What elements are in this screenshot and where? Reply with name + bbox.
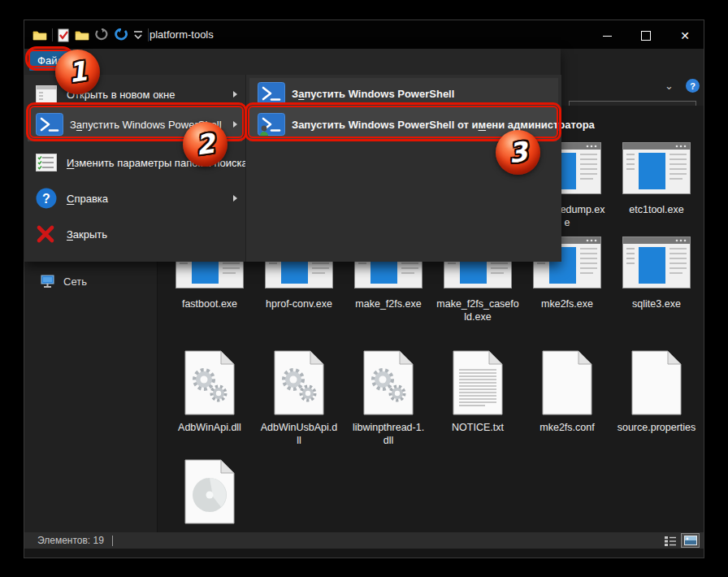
file-label: NOTICE.txt bbox=[433, 421, 522, 434]
help-icon bbox=[36, 188, 57, 209]
sidebar-item-label: Сеть bbox=[63, 275, 87, 288]
file-icon-txt bbox=[453, 350, 503, 415]
close-button[interactable]: ✕ bbox=[671, 27, 699, 45]
file-icon-document bbox=[631, 350, 682, 415]
items-count: Элементов: 19 bbox=[37, 535, 104, 546]
minimize-icon bbox=[603, 36, 612, 37]
file-label: fastboot.exe bbox=[165, 297, 254, 310]
menu-item-close[interactable]: Закрыть bbox=[24, 218, 245, 250]
file-item[interactable]: AdbWinApi.dll bbox=[165, 350, 254, 434]
file-label: AdbWinApi.dll bbox=[165, 421, 254, 434]
help-icon[interactable]: ? bbox=[686, 79, 700, 93]
close-icon bbox=[36, 224, 55, 244]
folder-options-icon bbox=[36, 154, 57, 171]
menu-item-label: Справка bbox=[67, 193, 108, 205]
collapse-ribbon-icon[interactable]: ⌄ bbox=[665, 80, 674, 92]
file-label: mke2fs.exe bbox=[522, 297, 612, 310]
file-item[interactable]: NOTICE.txt bbox=[433, 350, 522, 434]
screenshot-stage: platform-tools ✕ ⌄ ? Сеть bbox=[0, 0, 728, 577]
file-menu-overlay: Файл Открыть в новом окне Запустить Wind… bbox=[24, 49, 561, 262]
file-icon-document bbox=[542, 350, 592, 415]
file-icon-dll bbox=[274, 350, 324, 415]
thumbnails-view-icon bbox=[684, 536, 697, 545]
status-divider bbox=[112, 536, 113, 546]
file-label: AdbWinUsbApi.d ll bbox=[254, 421, 344, 448]
toolbar-divider bbox=[148, 28, 149, 41]
customize-toolbar-icon[interactable] bbox=[133, 29, 143, 41]
file-icon-exe bbox=[622, 142, 691, 194]
undo-icon[interactable] bbox=[94, 28, 109, 41]
app-folder-icon bbox=[32, 29, 47, 41]
properties-icon[interactable] bbox=[58, 28, 70, 42]
window-title: platform-tools bbox=[150, 28, 214, 41]
minimize-button[interactable] bbox=[593, 27, 621, 45]
annotation-badge-1: 1 bbox=[55, 50, 100, 94]
powershell-icon bbox=[258, 82, 285, 105]
submenu-arrow-icon bbox=[233, 91, 237, 98]
annotation-badge-2: 2 bbox=[183, 122, 228, 167]
thumbnails-view-button[interactable] bbox=[681, 533, 700, 548]
file-label: libwinpthread-1. dll bbox=[344, 421, 433, 448]
toolbar-divider bbox=[52, 28, 53, 41]
network-icon bbox=[41, 275, 57, 288]
new-folder-icon[interactable] bbox=[75, 29, 89, 41]
file-label: make_f2fs.exe bbox=[344, 297, 433, 310]
file-item[interactable]: etc1tool.exe bbox=[612, 142, 701, 216]
file-item[interactable]: sqlite3.exe bbox=[612, 236, 701, 310]
details-view-icon bbox=[664, 536, 677, 547]
file-item[interactable]: twrp.img bbox=[165, 459, 254, 543]
file-item[interactable]: source.properties bbox=[612, 350, 701, 434]
file-label: hprof-conv.exe bbox=[254, 297, 344, 310]
redo-icon[interactable] bbox=[114, 28, 128, 41]
file-label: mke2fs.conf bbox=[522, 421, 612, 434]
file-item[interactable]: mke2fs.conf bbox=[522, 350, 612, 434]
file-icon-exe bbox=[622, 236, 691, 288]
file-item[interactable]: AdbWinUsbApi.d ll bbox=[254, 350, 344, 448]
menu-header-strip: Файл bbox=[24, 49, 561, 75]
window-icon bbox=[36, 85, 57, 103]
file-icon-dll bbox=[184, 350, 235, 415]
file-label: sqlite3.exe bbox=[612, 297, 701, 310]
sidebar-item-network[interactable]: Сеть bbox=[41, 275, 87, 288]
menu-item-help[interactable]: Справка bbox=[24, 182, 245, 215]
status-bar: Элементов: 19 bbox=[24, 532, 704, 549]
maximize-icon bbox=[641, 31, 651, 41]
title-bar: platform-tools ✕ bbox=[24, 20, 704, 49]
file-label: make_f2fs_casefo ld.exe bbox=[433, 297, 522, 324]
submenu-item-label: Запустить Windows PowerShell bbox=[292, 88, 454, 100]
window-bottom-strip bbox=[24, 549, 704, 557]
file-icon-disk-image bbox=[184, 459, 235, 524]
annotation-badge-3: 3 bbox=[496, 130, 540, 175]
quick-access-toolbar bbox=[32, 28, 149, 42]
details-view-button[interactable] bbox=[661, 535, 679, 547]
submenu-arrow-icon bbox=[233, 195, 237, 202]
file-label: etc1tool.exe bbox=[612, 203, 701, 216]
file-item[interactable]: libwinpthread-1. dll bbox=[344, 350, 433, 448]
file-icon-dll bbox=[363, 350, 414, 415]
maximize-button[interactable] bbox=[632, 27, 660, 45]
file-label: source.properties bbox=[612, 421, 701, 434]
menu-item-label: Закрыть bbox=[67, 228, 107, 241]
